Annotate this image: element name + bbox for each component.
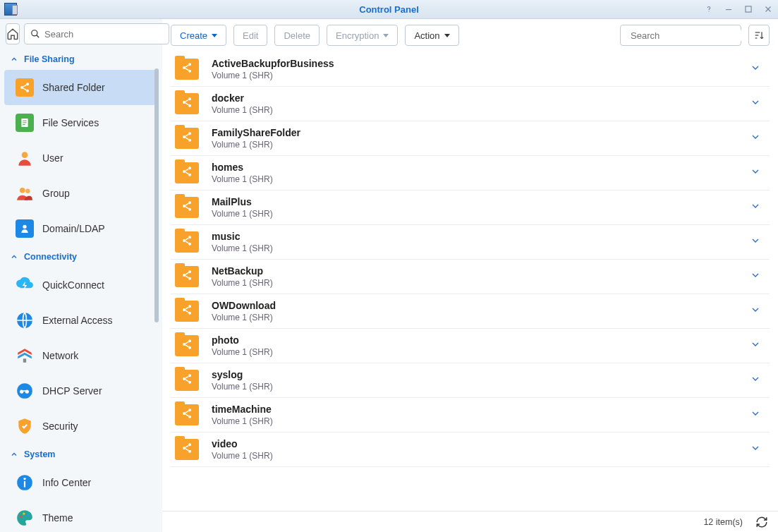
main-search[interactable]	[620, 25, 741, 46]
help-icon[interactable]	[703, 4, 715, 15]
sidebar-item-info-center[interactable]: Info Center	[4, 465, 156, 500]
group-header[interactable]: System	[0, 444, 160, 465]
chevron-up-icon	[10, 55, 18, 64]
maximize-button[interactable]	[743, 4, 754, 15]
shared-folder-icon	[175, 301, 199, 322]
folder-row[interactable]: OWDownloadVolume 1 (SHR)	[171, 294, 770, 329]
sidebar-item-dhcp-server[interactable]: DHCP Server	[4, 373, 156, 409]
encryption-button[interactable]: Encryption	[327, 25, 398, 46]
svg-point-39	[188, 104, 191, 107]
sidebar-item-quickconnect[interactable]: QuickConnect	[4, 267, 156, 303]
svg-point-46	[188, 201, 191, 204]
expand-button[interactable]	[750, 131, 767, 145]
expand-button[interactable]	[750, 200, 767, 214]
sidebar-item-group[interactable]: Group	[4, 176, 156, 211]
sidebar-item-label: Network	[42, 350, 78, 361]
expand-button[interactable]	[750, 442, 767, 457]
sidebar-search[interactable]	[24, 23, 169, 44]
svg-point-61	[188, 374, 191, 377]
folder-row[interactable]: homesVolume 1 (SHR)	[171, 156, 770, 191]
expand-button[interactable]	[750, 166, 767, 180]
chevron-down-icon	[212, 34, 217, 37]
svg-point-56	[183, 308, 186, 311]
svg-point-23	[20, 389, 23, 393]
domain-ldap-icon	[16, 219, 34, 238]
expand-button[interactable]	[750, 235, 767, 249]
folder-name: docker	[212, 92, 750, 104]
svg-point-44	[183, 170, 186, 173]
svg-point-30	[27, 514, 29, 516]
chevron-down-icon	[383, 34, 389, 37]
svg-line-10	[23, 85, 27, 87]
svg-point-49	[188, 236, 191, 238]
folder-row[interactable]: NetBackupVolume 1 (SHR)	[171, 260, 770, 294]
sidebar-item-label: User	[42, 152, 63, 164]
search-icon	[30, 29, 40, 39]
home-button[interactable]	[6, 23, 20, 44]
expand-button[interactable]	[750, 97, 767, 111]
expand-button[interactable]	[750, 339, 767, 353]
svg-point-62	[183, 377, 186, 380]
sidebar-search-input[interactable]	[44, 29, 163, 40]
expand-button[interactable]	[750, 270, 767, 284]
expand-button[interactable]	[750, 408, 767, 422]
svg-point-58	[188, 339, 191, 342]
expand-button[interactable]	[750, 62, 767, 76]
folder-row[interactable]: timeMachineVolume 1 (SHR)	[171, 398, 770, 433]
svg-point-40	[188, 132, 191, 135]
sort-button[interactable]	[748, 25, 770, 46]
main-panel: Create Edit Delete Encryption Action Act…	[162, 19, 778, 532]
folder-name: MailPlus	[212, 196, 750, 207]
folder-volume: Volume 1 (SHR)	[212, 313, 750, 322]
sidebar-item-network[interactable]: Network	[4, 338, 156, 373]
action-button[interactable]: Action	[405, 25, 458, 46]
svg-point-55	[188, 305, 191, 308]
edit-button[interactable]: Edit	[233, 25, 267, 46]
sidebar-item-label: Theme	[42, 512, 73, 524]
shared-folder-icon	[175, 128, 199, 149]
sidebar-item-label: Domain/LDAP	[42, 223, 105, 234]
folder-volume: Volume 1 (SHR)	[212, 140, 750, 150]
sidebar-item-label: DHCP Server	[42, 385, 102, 397]
sidebar-scrollbar[interactable]	[154, 68, 159, 525]
minimize-button[interactable]	[723, 4, 734, 15]
svg-line-6	[37, 35, 39, 38]
shared-folder-icon	[175, 404, 199, 425]
folder-row[interactable]: photoVolume 1 (SHR)	[171, 329, 770, 363]
delete-button[interactable]: Delete	[274, 25, 320, 46]
folder-volume: Volume 1 (SHR)	[212, 174, 750, 184]
folder-row[interactable]: musicVolume 1 (SHR)	[171, 225, 770, 260]
sidebar-item-external-access[interactable]: External Access	[4, 303, 156, 338]
sidebar-item-security[interactable]: Security	[4, 409, 156, 444]
external-access-icon	[16, 311, 34, 330]
folder-name: video	[212, 438, 750, 449]
folder-row[interactable]: syslogVolume 1 (SHR)	[171, 363, 770, 398]
folder-row[interactable]: FamilyShareFolderVolume 1 (SHR)	[171, 121, 770, 156]
refresh-button[interactable]	[755, 516, 768, 528]
sidebar-item-shared-folder[interactable]: Shared Folder	[4, 70, 156, 105]
folder-row[interactable]: dockerVolume 1 (SHR)	[171, 87, 770, 121]
sidebar-item-file-services[interactable]: File Services	[4, 105, 156, 140]
sidebar-item-user[interactable]: User	[4, 140, 156, 176]
folder-name: timeMachine	[212, 404, 750, 415]
folder-row[interactable]: ActiveBackupforBusinessVolume 1 (SHR)	[171, 52, 770, 87]
main-search-input[interactable]	[631, 30, 749, 41]
group-header[interactable]: Connectivity	[0, 246, 160, 267]
svg-point-27	[23, 478, 25, 480]
sidebar-item-theme[interactable]: Theme	[4, 500, 156, 532]
svg-point-45	[188, 174, 191, 176]
folder-row[interactable]: videoVolume 1 (SHR)	[171, 433, 770, 467]
sidebar: File SharingShared FolderFile ServicesUs…	[0, 19, 162, 532]
group-label: Connectivity	[24, 252, 77, 262]
close-button[interactable]	[762, 4, 774, 15]
svg-rect-2	[746, 6, 751, 12]
folder-volume: Volume 1 (SHR)	[212, 243, 750, 253]
expand-button[interactable]	[750, 373, 767, 387]
sidebar-item-domain-ldap[interactable]: Domain/LDAP	[4, 211, 156, 246]
svg-point-67	[188, 443, 191, 446]
folder-row[interactable]: MailPlusVolume 1 (SHR)	[171, 191, 770, 225]
folder-volume: Volume 1 (SHR)	[212, 71, 750, 80]
group-header[interactable]: File Sharing	[0, 49, 160, 70]
expand-button[interactable]	[750, 304, 767, 318]
create-button[interactable]: Create	[171, 25, 226, 46]
